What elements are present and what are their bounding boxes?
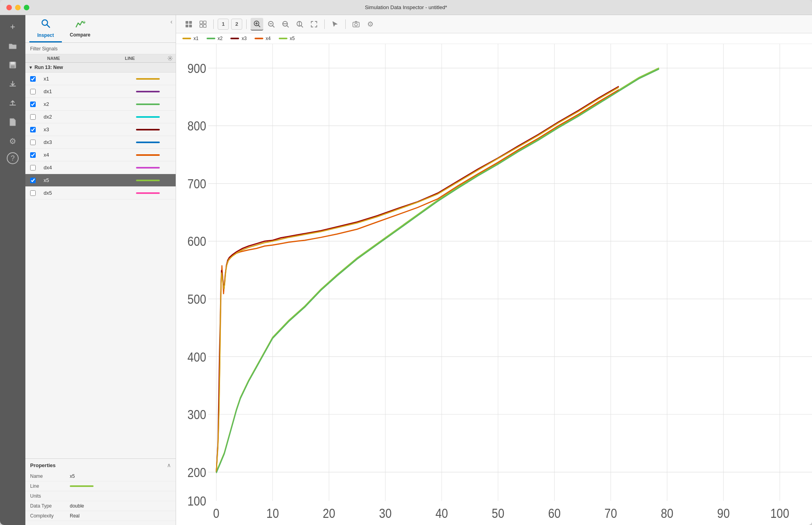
properties-header: Properties ∧	[25, 459, 176, 471]
checkbox-dx4[interactable]	[30, 165, 36, 171]
sidebar-upload-button[interactable]	[5, 95, 21, 111]
prop-value: double	[70, 503, 84, 509]
signal-row-x1[interactable]: x1	[25, 73, 176, 85]
run-header[interactable]: ▼ Run 13: New	[25, 63, 176, 73]
checkbox-cell-dx3	[25, 140, 40, 145]
svg-text:20: 20	[323, 506, 335, 521]
signal-row-x5[interactable]: x5	[25, 174, 176, 187]
svg-text:90: 90	[717, 506, 730, 521]
close-button[interactable]	[6, 5, 12, 10]
layout-single-button[interactable]	[182, 18, 195, 31]
signal-row-dx5[interactable]: dx5	[25, 187, 176, 199]
signal-row-dx2[interactable]: dx2	[25, 111, 176, 123]
svg-text:10: 10	[266, 506, 279, 521]
signal-row-x2[interactable]: x2	[25, 98, 176, 111]
left-panel: Inspect Compare ‹ Filter Signals	[25, 15, 176, 525]
checkbox-cell-dx1	[25, 89, 40, 94]
legend-swatch-x2	[207, 38, 215, 39]
svg-rect-1	[11, 62, 15, 64]
legend-item-x4: x4	[255, 36, 271, 41]
signal-row-x3[interactable]: x3	[25, 123, 176, 136]
chart-canvas[interactable]: 900 800 700 600 500 400 300 200 100 0 10	[176, 44, 812, 525]
legend-label-x1: x1	[193, 36, 199, 41]
svg-text:40: 40	[435, 506, 448, 521]
signal-name-x4: x4	[40, 152, 136, 158]
zoom-y-button[interactable]	[293, 18, 306, 31]
panel-collapse-button[interactable]: ‹	[170, 18, 172, 25]
svg-rect-7	[186, 21, 188, 24]
sidebar-save-button[interactable]	[5, 57, 21, 73]
signal-list: ▼ Run 13: New x1dx1x2dx2x3dx3x4dx4x5dx5	[25, 63, 176, 458]
checkbox-cell-dx4	[25, 165, 40, 171]
svg-text:100: 100	[770, 506, 789, 521]
prop-label: Line	[30, 483, 70, 489]
legend-item-x5: x5	[279, 36, 295, 41]
sidebar-download-button[interactable]	[5, 76, 21, 92]
checkbox-x1[interactable]	[30, 76, 36, 82]
prop-value: x5	[70, 473, 75, 479]
checkbox-dx5[interactable]	[30, 190, 36, 196]
cursor-button[interactable]	[329, 18, 341, 31]
svg-line-24	[287, 25, 289, 27]
svg-text:600: 600	[188, 234, 206, 249]
separator-1	[213, 19, 214, 29]
svg-text:800: 800	[188, 119, 206, 134]
layout-1-button[interactable]: 1	[218, 19, 229, 30]
signal-row-dx3[interactable]: dx3	[25, 136, 176, 149]
layout-2-button[interactable]: 2	[231, 19, 242, 30]
checkbox-dx3[interactable]	[30, 140, 36, 145]
signal-name-x1: x1	[40, 76, 136, 82]
sidebar-doc-button[interactable]	[5, 114, 21, 130]
signal-row-dx4[interactable]: dx4	[25, 161, 176, 174]
legend-swatch-x5	[279, 38, 287, 39]
checkbox-cell-x4	[25, 152, 40, 158]
run-label: Run 13: New	[34, 65, 63, 70]
signal-row-x4[interactable]: x4	[25, 149, 176, 161]
camera-button[interactable]	[350, 18, 362, 31]
layout-grid-button[interactable]	[197, 18, 209, 31]
zoom-fit-button[interactable]	[308, 18, 320, 31]
column-header-line: LINE	[125, 56, 165, 61]
sidebar-settings-button[interactable]: ⚙	[5, 133, 21, 149]
tab-compare[interactable]: Compare	[62, 16, 98, 42]
signal-line-x2	[136, 103, 176, 105]
checkbox-x4[interactable]	[30, 152, 36, 158]
signal-name-dx5: dx5	[40, 190, 136, 196]
checkbox-cell-dx2	[25, 114, 40, 120]
svg-text:900: 900	[188, 61, 206, 76]
tab-inspect[interactable]: Inspect	[29, 15, 62, 42]
minimize-button[interactable]	[15, 5, 21, 10]
svg-text:80: 80	[661, 506, 674, 521]
prop-line-swatch	[70, 485, 94, 487]
properties-rows: Namex5LineUnitsData TypedoubleComplexity…	[25, 471, 176, 521]
signal-row-dx1[interactable]: dx1	[25, 85, 176, 98]
zoom-x-button[interactable]	[279, 18, 292, 31]
table-settings-button[interactable]	[165, 56, 176, 61]
signal-table-header: NAME LINE	[25, 54, 176, 63]
sidebar: +	[0, 15, 25, 525]
chart-settings-button[interactable]: ⚙	[364, 18, 377, 31]
svg-rect-2	[11, 65, 15, 68]
maximize-button[interactable]	[24, 5, 29, 10]
checkbox-x2[interactable]	[30, 102, 36, 107]
checkbox-dx1[interactable]	[30, 89, 36, 94]
sidebar-folder-button[interactable]	[5, 38, 21, 54]
legend-swatch-x1	[182, 38, 191, 39]
checkbox-x5[interactable]	[30, 178, 36, 183]
zoom-out-button[interactable]	[265, 18, 278, 31]
checkbox-cell-x5	[25, 178, 40, 183]
zoom-in-button[interactable]	[251, 18, 263, 31]
sidebar-help-button[interactable]: ?	[7, 152, 19, 164]
checkbox-cell-x1	[25, 76, 40, 82]
legend-label-x4: x4	[266, 36, 271, 41]
signal-line-x1	[136, 78, 176, 80]
checkbox-x3[interactable]	[30, 127, 36, 132]
signal-line-x4	[136, 154, 176, 156]
svg-text:700: 700	[188, 176, 206, 192]
properties-collapse-button[interactable]: ∧	[167, 462, 171, 468]
svg-rect-8	[189, 21, 192, 24]
separator-4	[345, 19, 346, 29]
svg-rect-13	[200, 25, 203, 27]
checkbox-dx2[interactable]	[30, 114, 36, 120]
sidebar-add-button[interactable]: +	[5, 19, 21, 35]
